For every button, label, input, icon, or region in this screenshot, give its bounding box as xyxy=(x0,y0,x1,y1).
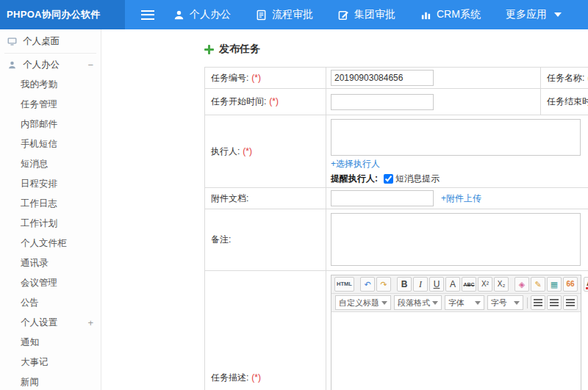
sidebar-item-announcement[interactable]: 公告 xyxy=(0,293,101,313)
bold-button[interactable]: B xyxy=(397,277,412,292)
undo-button[interactable]: ↶ xyxy=(360,277,375,292)
button-glyph: A xyxy=(450,280,456,289)
hamburger-menu-icon[interactable] xyxy=(141,10,154,20)
form-row-attachment: 附件文档: +附件上传 xyxy=(205,188,588,209)
remind-executor-label: 提醒执行人: xyxy=(331,173,378,185)
start-time-input[interactable] xyxy=(331,94,434,110)
sidebar-item-label: 日程安排 xyxy=(21,178,57,190)
nav-item-personal-office[interactable]: 个人办公 xyxy=(173,8,231,21)
sidebar-item-task-management[interactable]: 任务管理 xyxy=(0,95,101,115)
desktop-icon xyxy=(7,37,18,46)
form-row-remark: 备注: xyxy=(205,209,588,271)
top-header: PHPOA协同办公软件 个人办公 流程审批 集团审批 CRM系统 更多应用 xyxy=(0,0,588,29)
caret-down-icon xyxy=(475,301,481,305)
dropdown-label: 字号 xyxy=(491,297,507,308)
html-source-button[interactable]: HTML xyxy=(334,277,354,292)
expand-icon[interactable]: + xyxy=(87,317,93,328)
remark-textarea[interactable] xyxy=(331,213,581,266)
attachment-upload-link[interactable]: +附件上传 xyxy=(441,192,481,205)
sidebar-item-label: 个人文件柜 xyxy=(21,237,67,250)
nav-item-crm-system[interactable]: CRM系统 xyxy=(420,8,481,21)
editor-toolbar-row1: HTML↶↷BIUAABCX²X₂◈✎▦66A xyxy=(331,275,581,294)
paragraph-format-select[interactable]: 段落格式 xyxy=(394,295,442,310)
sidebar-item-label: 工作日志 xyxy=(21,198,57,210)
sidebar-item-label: 新闻 xyxy=(21,376,39,389)
sidebar-item-personal-desktop[interactable]: 个人桌面 xyxy=(0,32,101,51)
sidebar-item-news[interactable]: 新闻 xyxy=(0,372,101,390)
sidebar-item-memorabilia[interactable]: 大事记 xyxy=(0,353,101,372)
sidebar-item-meeting-management[interactable]: 会议管理 xyxy=(0,273,101,293)
palette-button[interactable]: ▦ xyxy=(547,277,562,292)
sidebar-item-personal-file-cabinet[interactable]: 个人文件柜 xyxy=(0,234,101,253)
sms-remind-checkbox[interactable] xyxy=(384,174,393,184)
main-content: 发布任务 任务编号:(*) 任务名称:(*) 任务开始时间:(*) xyxy=(102,29,588,390)
format-brush-button[interactable]: ✎ xyxy=(531,277,545,292)
button-glyph: X² xyxy=(481,281,489,288)
sidebar: 个人桌面个人办公−我的考勤任务管理内部邮件手机短信短消息日程安排工作日志工作计划… xyxy=(0,29,101,390)
attachment-input[interactable] xyxy=(331,190,434,206)
sidebar-item-internal-mail[interactable]: 内部邮件 xyxy=(0,115,101,134)
align-right-button[interactable] xyxy=(563,295,578,310)
sidebar-item-personal-settings[interactable]: 个人设置+ xyxy=(0,313,101,333)
sidebar-item-personal-office[interactable]: 个人办公− xyxy=(0,55,101,75)
sidebar-item-work-plan[interactable]: 工作计划 xyxy=(0,214,101,234)
strikethrough-button[interactable]: ABC xyxy=(462,277,476,292)
align-center-button[interactable] xyxy=(547,295,562,310)
collapse-icon[interactable]: − xyxy=(87,59,93,71)
sidebar-item-schedule[interactable]: 日程安排 xyxy=(0,174,101,194)
executor-textarea[interactable] xyxy=(331,119,581,156)
eraser-button[interactable]: ◈ xyxy=(514,277,529,292)
sidebar-item-contacts[interactable]: 通讯录 xyxy=(0,253,101,273)
button-glyph: X₂ xyxy=(498,281,506,288)
task-number-input[interactable] xyxy=(331,70,434,86)
app-logo[interactable]: PHPOA协同办公软件 xyxy=(0,0,125,29)
button-glyph: ↶ xyxy=(364,281,370,289)
subscript-button[interactable]: X₂ xyxy=(494,277,509,292)
field-label: 任务编号: xyxy=(211,73,248,83)
field-label: 任务结束时间: xyxy=(547,96,588,106)
font-style-button[interactable]: A xyxy=(445,277,460,292)
description-label-cell: 任务描述:(*) xyxy=(205,271,326,390)
user-icon xyxy=(173,10,184,21)
nav-label: CRM系统 xyxy=(437,8,481,21)
sidebar-item-my-attendance[interactable]: 我的考勤 xyxy=(0,75,101,95)
sidebar-item-mobile-sms[interactable]: 手机短信 xyxy=(0,134,101,154)
sidebar-item-work-log[interactable]: 工作日志 xyxy=(0,194,101,214)
sidebar-item-short-message[interactable]: 短消息 xyxy=(0,154,101,174)
document-icon xyxy=(256,10,267,21)
rich-text-editor: HTML↶↷BIUAABCX²X₂◈✎▦66A 自定义标题段落格式字体字号 xyxy=(331,275,581,390)
superscript-button[interactable]: X² xyxy=(478,277,492,292)
button-glyph: U xyxy=(434,280,440,289)
editor-toolbar-row2: 自定义标题段落格式字体字号 xyxy=(331,294,581,312)
align-left-button[interactable] xyxy=(531,295,545,310)
nav-item-more-apps[interactable]: 更多应用 xyxy=(506,8,562,21)
font-color-button[interactable]: A xyxy=(584,277,588,292)
sidebar-item-label: 个人设置 xyxy=(21,317,57,329)
sidebar-item-notice[interactable]: 通知 xyxy=(0,333,101,353)
blockquote-button[interactable]: 66 xyxy=(563,277,578,292)
sms-remind-option-label: 短消息提示 xyxy=(395,173,440,185)
attachment-label-cell: 附件文档: xyxy=(205,188,326,209)
nav-item-process-approval[interactable]: 流程审批 xyxy=(256,8,313,21)
font-size-select[interactable]: 字号 xyxy=(487,295,524,310)
field-label: 任务开始时间: xyxy=(211,96,266,106)
attachment-cell: +附件上传 xyxy=(326,188,588,209)
sidebar-item-label: 内部邮件 xyxy=(21,118,57,131)
button-glyph: B xyxy=(401,280,408,289)
sidebar-divider xyxy=(4,53,96,54)
redo-button[interactable]: ↷ xyxy=(376,277,391,292)
italic-button[interactable]: I xyxy=(413,277,428,292)
field-label: 备注: xyxy=(211,234,231,245)
nav-label: 集团审批 xyxy=(354,8,395,21)
nav-item-group-approval[interactable]: 集团审批 xyxy=(338,8,395,21)
underline-button[interactable]: U xyxy=(429,277,444,292)
nav-label: 流程审批 xyxy=(272,8,313,21)
required-mark: (*) xyxy=(251,73,261,83)
select-executor-link[interactable]: +选择执行人 xyxy=(331,158,380,170)
editor-content-area[interactable] xyxy=(331,312,581,390)
caret-down-icon xyxy=(554,12,562,17)
sidebar-item-label: 我的考勤 xyxy=(21,79,57,91)
font-family-select[interactable]: 字体 xyxy=(445,295,484,310)
custom-title-select[interactable]: 自定义标题 xyxy=(335,295,391,310)
required-mark: (*) xyxy=(269,96,279,106)
